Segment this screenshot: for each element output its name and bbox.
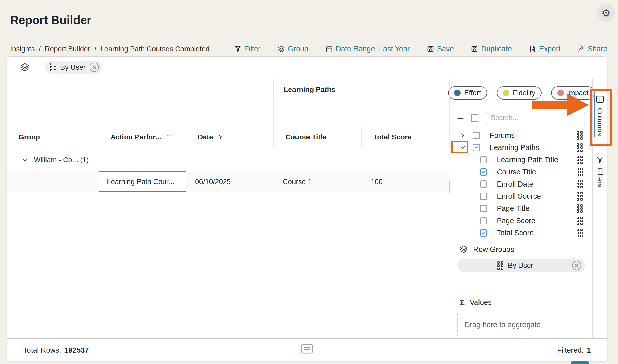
filter-icon[interactable] [217, 134, 224, 141]
values-dropzone[interactable]: Drag here to aggregate [457, 313, 585, 336]
drag-handle-icon[interactable] [577, 217, 583, 225]
checkbox-indeterminate[interactable] [473, 144, 480, 151]
tree-item-enroll-source[interactable]: Enroll Source [450, 190, 592, 202]
drag-handle-icon[interactable] [577, 192, 583, 201]
filtered-value: 1 [587, 346, 591, 354]
group-row-william[interactable]: William - Co... (1) [7, 148, 450, 171]
column-header-action-performed[interactable]: Action Perfor... [99, 126, 186, 148]
cell-total-score[interactable]: 100 [362, 171, 450, 192]
tree-item-label: Enroll Source [497, 192, 541, 201]
tree-item-label: Course Title [497, 168, 536, 176]
breadcrumb-separator: / [94, 45, 96, 53]
breadcrumb-report-builder[interactable]: Report Builder [45, 45, 90, 53]
cell-date[interactable]: 06/10/2025 [186, 171, 274, 192]
checkbox-unchecked[interactable] [480, 217, 487, 224]
date-range-label: Date Range: Last Year [336, 45, 410, 53]
by-user-chip[interactable]: By User [45, 61, 102, 74]
drag-handle-icon[interactable] [577, 156, 583, 164]
checkbox-checked[interactable] [480, 229, 487, 237]
tag-pills-row: Effort Fidelity Impact [450, 78, 592, 108]
cell-group[interactable] [7, 171, 99, 192]
checkbox-unchecked[interactable] [480, 156, 487, 163]
settings-button[interactable]: ⚙ [597, 4, 615, 22]
column-header-date[interactable]: Date [186, 126, 274, 148]
column-header-course-title[interactable]: Course Title [274, 126, 362, 148]
column-header-label: Group [19, 133, 40, 141]
tree-item-label: Learning Path Title [497, 156, 558, 164]
checkbox-unchecked[interactable] [480, 205, 487, 212]
fidelity-dot-icon [503, 90, 509, 96]
bottom-widget[interactable] [571, 361, 589, 364]
layers-icon [277, 45, 285, 53]
table-row: Learning Path Cour... 06/10/2025 Course … [7, 171, 450, 192]
group-header-cell [99, 78, 186, 126]
row-height-icon[interactable] [301, 344, 313, 353]
drag-handle-icon[interactable] [577, 180, 583, 188]
save-button[interactable]: Save [427, 45, 454, 53]
drag-handle-icon[interactable] [577, 204, 583, 213]
fidelity-tag-pill[interactable]: Fidelity [497, 86, 542, 100]
impact-tag-pill[interactable]: Impact [551, 86, 595, 100]
columns-tree: Forums Learning Paths Learning Path Titl… [450, 128, 592, 238]
tab-filters[interactable]: Filters [593, 152, 607, 191]
date-range-button[interactable]: Date Range: Last Year [325, 45, 410, 53]
filter-label: Filter [244, 45, 260, 53]
remove-row-group-button[interactable] [572, 261, 581, 270]
drag-handle-icon[interactable] [577, 168, 583, 176]
tree-item-label: Page Title [497, 204, 530, 213]
duplicate-button[interactable]: Duplicate [471, 45, 512, 53]
filter-icon[interactable] [165, 134, 172, 141]
pill-label: Effort [464, 89, 481, 97]
drag-handle-icon[interactable] [577, 229, 583, 237]
breadcrumb-toolbar-row: Insights / Report Builder / Learning Pat… [10, 45, 607, 53]
column-header-group[interactable]: Group [7, 126, 99, 148]
cell-action-performed-selected[interactable]: Learning Path Cour... [99, 171, 186, 192]
tree-item-course-title[interactable]: Course Title [450, 166, 592, 178]
grid-handle-icon [50, 63, 56, 71]
tab-columns[interactable]: Columns [593, 91, 607, 139]
deselect-all-checkbox[interactable] [471, 114, 478, 122]
tree-item-page-title[interactable]: Page Title [450, 202, 592, 214]
filter-button[interactable]: Filter [234, 45, 260, 53]
tree-item-forums[interactable]: Forums [450, 129, 592, 141]
drag-handle-icon[interactable] [577, 131, 583, 140]
page-title: Report Builder [10, 13, 91, 27]
chevron-right-icon[interactable] [459, 132, 468, 139]
column-header-label: Action Perfor... [111, 133, 161, 141]
checkbox-unchecked[interactable] [473, 132, 480, 139]
row-group-by-user-chip[interactable]: By User [457, 259, 585, 272]
pill-label: Impact [567, 89, 589, 97]
share-button[interactable]: Share [577, 45, 607, 53]
chip-label: By User [508, 261, 533, 270]
checkbox-checked[interactable] [480, 168, 487, 176]
tree-item-learning-paths[interactable]: Learning Paths [450, 141, 592, 154]
cell-course-title[interactable]: Course 1 [274, 171, 362, 192]
checkbox-unchecked[interactable] [480, 180, 487, 188]
export-button[interactable]: Export [529, 45, 560, 53]
pill-label: Fidelity [513, 89, 535, 97]
tree-item-enroll-date[interactable]: Enroll Date [450, 178, 592, 190]
remove-chip-button[interactable] [90, 63, 99, 72]
breadcrumb-separator: / [39, 45, 41, 53]
tree-item-learning-path-title[interactable]: Learning Path Title [450, 154, 592, 166]
breadcrumb-insights[interactable]: Insights [10, 45, 35, 53]
export-label: Export [539, 45, 560, 53]
column-header-total-score[interactable]: Total Score [362, 126, 450, 148]
chevron-down-icon[interactable] [22, 157, 28, 163]
column-header-label: Course Title [285, 133, 326, 141]
search-input[interactable] [486, 112, 585, 124]
effort-tag-pill[interactable]: Effort [448, 86, 487, 100]
duplicate-icon [471, 45, 478, 53]
collapse-all-icon[interactable] [457, 118, 464, 119]
checkbox-unchecked[interactable] [480, 193, 487, 200]
drag-handle-icon[interactable] [577, 143, 583, 152]
tree-item-page-score[interactable]: Page Score [450, 214, 592, 227]
column-header-label: Total Score [373, 133, 411, 141]
export-icon [529, 45, 536, 53]
tree-item-total-score[interactable]: Total Score [450, 227, 592, 238]
chevron-down-icon[interactable] [459, 144, 468, 151]
values-title: Values [470, 298, 492, 307]
columns-panel: Effort Fidelity Impact [450, 78, 592, 338]
group-button[interactable]: Group [277, 45, 308, 53]
row-groups-title: Row Groups [473, 245, 514, 254]
